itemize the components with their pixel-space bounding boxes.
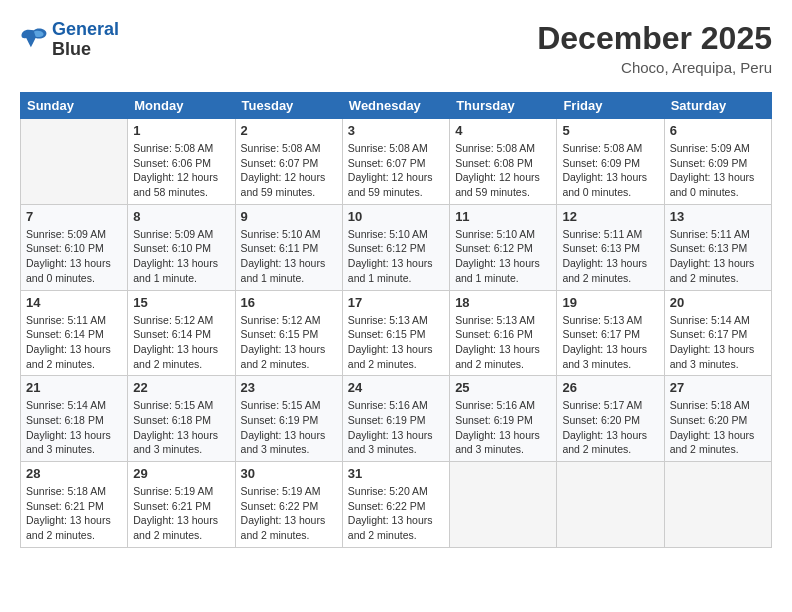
calendar-cell: 5Sunrise: 5:08 AMSunset: 6:09 PMDaylight… bbox=[557, 119, 664, 205]
day-number: 21 bbox=[26, 380, 122, 395]
day-number: 4 bbox=[455, 123, 551, 138]
calendar-week-row: 1Sunrise: 5:08 AMSunset: 6:06 PMDaylight… bbox=[21, 119, 772, 205]
day-info: Sunrise: 5:11 AMSunset: 6:13 PMDaylight:… bbox=[670, 227, 766, 286]
calendar-cell: 23Sunrise: 5:15 AMSunset: 6:19 PMDayligh… bbox=[235, 376, 342, 462]
day-number: 9 bbox=[241, 209, 337, 224]
calendar-cell: 17Sunrise: 5:13 AMSunset: 6:15 PMDayligh… bbox=[342, 290, 449, 376]
logo-text: GeneralBlue bbox=[52, 20, 119, 60]
day-number: 12 bbox=[562, 209, 658, 224]
day-info: Sunrise: 5:08 AMSunset: 6:08 PMDaylight:… bbox=[455, 141, 551, 200]
day-info: Sunrise: 5:09 AMSunset: 6:09 PMDaylight:… bbox=[670, 141, 766, 200]
calendar-cell: 11Sunrise: 5:10 AMSunset: 6:12 PMDayligh… bbox=[450, 204, 557, 290]
calendar-cell bbox=[450, 462, 557, 548]
day-info: Sunrise: 5:08 AMSunset: 6:06 PMDaylight:… bbox=[133, 141, 229, 200]
day-number: 3 bbox=[348, 123, 444, 138]
location: Choco, Arequipa, Peru bbox=[537, 59, 772, 76]
day-number: 13 bbox=[670, 209, 766, 224]
day-number: 1 bbox=[133, 123, 229, 138]
day-number: 20 bbox=[670, 295, 766, 310]
calendar-cell: 12Sunrise: 5:11 AMSunset: 6:13 PMDayligh… bbox=[557, 204, 664, 290]
calendar-cell: 13Sunrise: 5:11 AMSunset: 6:13 PMDayligh… bbox=[664, 204, 771, 290]
calendar-cell: 22Sunrise: 5:15 AMSunset: 6:18 PMDayligh… bbox=[128, 376, 235, 462]
day-info: Sunrise: 5:20 AMSunset: 6:22 PMDaylight:… bbox=[348, 484, 444, 543]
weekday-header-wednesday: Wednesday bbox=[342, 93, 449, 119]
day-info: Sunrise: 5:15 AMSunset: 6:19 PMDaylight:… bbox=[241, 398, 337, 457]
calendar-cell: 30Sunrise: 5:19 AMSunset: 6:22 PMDayligh… bbox=[235, 462, 342, 548]
day-number: 16 bbox=[241, 295, 337, 310]
calendar-cell: 20Sunrise: 5:14 AMSunset: 6:17 PMDayligh… bbox=[664, 290, 771, 376]
day-number: 26 bbox=[562, 380, 658, 395]
calendar-week-row: 21Sunrise: 5:14 AMSunset: 6:18 PMDayligh… bbox=[21, 376, 772, 462]
calendar-table: SundayMondayTuesdayWednesdayThursdayFrid… bbox=[20, 92, 772, 548]
calendar-cell: 8Sunrise: 5:09 AMSunset: 6:10 PMDaylight… bbox=[128, 204, 235, 290]
day-number: 7 bbox=[26, 209, 122, 224]
weekday-header-thursday: Thursday bbox=[450, 93, 557, 119]
calendar-cell: 18Sunrise: 5:13 AMSunset: 6:16 PMDayligh… bbox=[450, 290, 557, 376]
day-info: Sunrise: 5:09 AMSunset: 6:10 PMDaylight:… bbox=[133, 227, 229, 286]
calendar-cell: 15Sunrise: 5:12 AMSunset: 6:14 PMDayligh… bbox=[128, 290, 235, 376]
page-header: GeneralBlue December 2025 Choco, Arequip… bbox=[20, 20, 772, 76]
day-info: Sunrise: 5:13 AMSunset: 6:17 PMDaylight:… bbox=[562, 313, 658, 372]
day-number: 14 bbox=[26, 295, 122, 310]
calendar-cell: 19Sunrise: 5:13 AMSunset: 6:17 PMDayligh… bbox=[557, 290, 664, 376]
calendar-cell bbox=[21, 119, 128, 205]
calendar-cell: 29Sunrise: 5:19 AMSunset: 6:21 PMDayligh… bbox=[128, 462, 235, 548]
day-number: 25 bbox=[455, 380, 551, 395]
calendar-cell: 26Sunrise: 5:17 AMSunset: 6:20 PMDayligh… bbox=[557, 376, 664, 462]
day-info: Sunrise: 5:13 AMSunset: 6:16 PMDaylight:… bbox=[455, 313, 551, 372]
calendar-cell: 21Sunrise: 5:14 AMSunset: 6:18 PMDayligh… bbox=[21, 376, 128, 462]
calendar-cell: 3Sunrise: 5:08 AMSunset: 6:07 PMDaylight… bbox=[342, 119, 449, 205]
calendar-cell: 16Sunrise: 5:12 AMSunset: 6:15 PMDayligh… bbox=[235, 290, 342, 376]
calendar-cell: 14Sunrise: 5:11 AMSunset: 6:14 PMDayligh… bbox=[21, 290, 128, 376]
day-info: Sunrise: 5:12 AMSunset: 6:14 PMDaylight:… bbox=[133, 313, 229, 372]
day-number: 30 bbox=[241, 466, 337, 481]
calendar-cell bbox=[557, 462, 664, 548]
calendar-cell: 2Sunrise: 5:08 AMSunset: 6:07 PMDaylight… bbox=[235, 119, 342, 205]
day-info: Sunrise: 5:11 AMSunset: 6:14 PMDaylight:… bbox=[26, 313, 122, 372]
day-number: 6 bbox=[670, 123, 766, 138]
calendar-cell: 24Sunrise: 5:16 AMSunset: 6:19 PMDayligh… bbox=[342, 376, 449, 462]
weekday-header-tuesday: Tuesday bbox=[235, 93, 342, 119]
calendar-cell: 9Sunrise: 5:10 AMSunset: 6:11 PMDaylight… bbox=[235, 204, 342, 290]
day-number: 18 bbox=[455, 295, 551, 310]
calendar-header-row: SundayMondayTuesdayWednesdayThursdayFrid… bbox=[21, 93, 772, 119]
calendar-cell bbox=[664, 462, 771, 548]
day-number: 15 bbox=[133, 295, 229, 310]
day-info: Sunrise: 5:08 AMSunset: 6:07 PMDaylight:… bbox=[241, 141, 337, 200]
day-number: 28 bbox=[26, 466, 122, 481]
weekday-header-friday: Friday bbox=[557, 93, 664, 119]
weekday-header-sunday: Sunday bbox=[21, 93, 128, 119]
day-info: Sunrise: 5:08 AMSunset: 6:09 PMDaylight:… bbox=[562, 141, 658, 200]
weekday-header-saturday: Saturday bbox=[664, 93, 771, 119]
calendar-cell: 7Sunrise: 5:09 AMSunset: 6:10 PMDaylight… bbox=[21, 204, 128, 290]
day-number: 29 bbox=[133, 466, 229, 481]
day-number: 23 bbox=[241, 380, 337, 395]
day-info: Sunrise: 5:10 AMSunset: 6:12 PMDaylight:… bbox=[348, 227, 444, 286]
calendar-cell: 25Sunrise: 5:16 AMSunset: 6:19 PMDayligh… bbox=[450, 376, 557, 462]
day-info: Sunrise: 5:18 AMSunset: 6:21 PMDaylight:… bbox=[26, 484, 122, 543]
weekday-header-monday: Monday bbox=[128, 93, 235, 119]
day-number: 11 bbox=[455, 209, 551, 224]
calendar-cell: 4Sunrise: 5:08 AMSunset: 6:08 PMDaylight… bbox=[450, 119, 557, 205]
day-number: 31 bbox=[348, 466, 444, 481]
calendar-week-row: 14Sunrise: 5:11 AMSunset: 6:14 PMDayligh… bbox=[21, 290, 772, 376]
month-title: December 2025 bbox=[537, 20, 772, 57]
calendar-cell: 31Sunrise: 5:20 AMSunset: 6:22 PMDayligh… bbox=[342, 462, 449, 548]
day-info: Sunrise: 5:16 AMSunset: 6:19 PMDaylight:… bbox=[348, 398, 444, 457]
calendar-cell: 6Sunrise: 5:09 AMSunset: 6:09 PMDaylight… bbox=[664, 119, 771, 205]
day-info: Sunrise: 5:18 AMSunset: 6:20 PMDaylight:… bbox=[670, 398, 766, 457]
day-info: Sunrise: 5:19 AMSunset: 6:22 PMDaylight:… bbox=[241, 484, 337, 543]
day-info: Sunrise: 5:16 AMSunset: 6:19 PMDaylight:… bbox=[455, 398, 551, 457]
logo-icon bbox=[20, 27, 48, 49]
day-info: Sunrise: 5:10 AMSunset: 6:11 PMDaylight:… bbox=[241, 227, 337, 286]
logo: GeneralBlue bbox=[20, 20, 119, 60]
day-number: 5 bbox=[562, 123, 658, 138]
day-info: Sunrise: 5:11 AMSunset: 6:13 PMDaylight:… bbox=[562, 227, 658, 286]
day-number: 10 bbox=[348, 209, 444, 224]
day-number: 8 bbox=[133, 209, 229, 224]
day-info: Sunrise: 5:19 AMSunset: 6:21 PMDaylight:… bbox=[133, 484, 229, 543]
day-number: 2 bbox=[241, 123, 337, 138]
day-info: Sunrise: 5:08 AMSunset: 6:07 PMDaylight:… bbox=[348, 141, 444, 200]
calendar-week-row: 7Sunrise: 5:09 AMSunset: 6:10 PMDaylight… bbox=[21, 204, 772, 290]
day-number: 19 bbox=[562, 295, 658, 310]
